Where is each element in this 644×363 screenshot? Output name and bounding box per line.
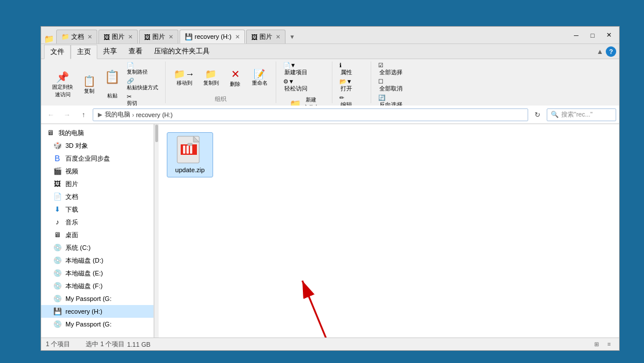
rename-icon: 📝 bbox=[254, 68, 265, 79]
tab-close-pictures1[interactable]: ✕ bbox=[128, 34, 133, 40]
tab-label-documents: 文档 bbox=[71, 32, 84, 41]
sidebar-item-docs[interactable]: 📄 文档 bbox=[41, 190, 153, 203]
move-to-button[interactable]: 📁→ 移动到 bbox=[170, 61, 198, 94]
copy-path-label: 复制路径 bbox=[127, 68, 148, 76]
ribbon-tab-file[interactable]: 文件 bbox=[44, 45, 71, 59]
new-item-button[interactable]: 📄▼ 新建项目 bbox=[281, 61, 327, 77]
large-icon-view-button[interactable]: ⊞ bbox=[591, 339, 602, 350]
sidebar-item-baidu[interactable]: B 百度企业同步盘 bbox=[41, 152, 153, 165]
clipboard-buttons: 📌 固定到快速访问 📋 复制 📋 粘贴 📄 复制路径 bbox=[49, 61, 160, 108]
paste-shortcut-button[interactable]: 🔗 粘贴快捷方式 bbox=[125, 77, 160, 92]
delete-button[interactable]: ✕ 删除 bbox=[224, 61, 247, 94]
drive-f-icon: 💿 bbox=[53, 281, 62, 291]
recovery-h-icon: 💾 bbox=[53, 307, 62, 316]
forward-button[interactable]: → bbox=[60, 108, 74, 122]
refresh-button[interactable]: ↻ bbox=[530, 108, 544, 122]
tab-icon-pictures2: 🖼 bbox=[144, 34, 151, 41]
search-box[interactable]: 🔍 搜索"rec..." bbox=[547, 108, 616, 121]
tab-close-pictures2[interactable]: ✕ bbox=[169, 34, 173, 40]
zip-file-name: update.zip bbox=[175, 166, 205, 173]
search-placeholder: 搜索"rec..." bbox=[561, 110, 592, 119]
my-passport-g2-icon: 💿 bbox=[53, 320, 62, 329]
explorer-window: 📁 📁 文档 ✕ 🖼 图片 ✕ 🖼 图片 ✕ 💾 recovery (H:) ✕ bbox=[41, 26, 620, 351]
back-button[interactable]: ← bbox=[44, 108, 58, 122]
sidebar-item-my-passport-g[interactable]: 💿 My Passport (G: bbox=[41, 292, 153, 305]
paste-button[interactable]: 📋 粘贴 bbox=[102, 68, 122, 101]
baidu-icon: B bbox=[53, 154, 62, 163]
ribbon-tab-compress-label: 压缩的文件夹工具 bbox=[154, 46, 210, 56]
sidebar-item-drive-d[interactable]: 💿 本地磁盘 (D:) bbox=[41, 254, 153, 267]
tab-close-recovery[interactable]: ✕ bbox=[235, 34, 240, 40]
copy-button[interactable]: 📋 复制 bbox=[78, 68, 101, 101]
downloads-icon: ⬇ bbox=[53, 205, 62, 214]
select-none-icon: ☐ bbox=[378, 78, 383, 85]
cut-icon: ✂ bbox=[127, 93, 131, 100]
tab-close-documents[interactable]: ✕ bbox=[87, 34, 92, 40]
title-bar: 📁 📁 文档 ✕ 🖼 图片 ✕ 🖼 图片 ✕ 💾 recovery (H:) ✕ bbox=[41, 27, 619, 44]
sidebar-item-recovery-h[interactable]: 💾 recovery (H:) bbox=[41, 305, 153, 318]
tab-documents[interactable]: 📁 文档 ✕ bbox=[56, 30, 97, 43]
tab-pictures3[interactable]: 🖼 图片 ✕ bbox=[246, 30, 286, 43]
sidebar-item-drive-f[interactable]: 💿 本地磁盘 (F:) bbox=[41, 279, 153, 292]
up-button[interactable]: ↑ bbox=[76, 108, 90, 122]
path-segment-mypc[interactable]: 我的电脑 bbox=[105, 110, 130, 119]
music-label: 音乐 bbox=[65, 218, 78, 227]
paste-label: 粘贴 bbox=[107, 92, 118, 100]
sidebar-item-video[interactable]: 🎬 视频 bbox=[41, 165, 153, 177]
edit-icon: ✏ bbox=[339, 95, 344, 101]
close-button[interactable]: ✕ bbox=[601, 30, 616, 41]
search-icon: 🔍 bbox=[551, 111, 559, 118]
sidebar-item-3d[interactable]: 🎲 3D 对象 bbox=[41, 139, 153, 152]
sidebar-item-downloads[interactable]: ⬇ 下载 bbox=[41, 203, 153, 216]
ribbon-tab-view[interactable]: 查看 bbox=[123, 44, 148, 59]
properties-icon: ℹ bbox=[339, 62, 342, 68]
copy-path-button[interactable]: 📄 复制路径 bbox=[125, 61, 160, 77]
move-to-label: 移动到 bbox=[177, 79, 192, 87]
tab-recovery[interactable]: 💾 recovery (H:) ✕ bbox=[180, 30, 245, 43]
tab-label-recovery: recovery (H:) bbox=[195, 33, 232, 40]
sidebar-item-drive-c[interactable]: 💿 系统 (C:) bbox=[41, 241, 153, 254]
sidebar-item-music[interactable]: ♪ 音乐 bbox=[41, 216, 153, 228]
copy-to-button[interactable]: 📁 复制到 bbox=[199, 61, 222, 94]
svg-rect-2 bbox=[183, 146, 185, 154]
tab-pictures1[interactable]: 🖼 图片 ✕ bbox=[98, 30, 138, 43]
properties-button[interactable]: ℹ 属性 bbox=[337, 61, 366, 77]
sidebar-item-my-passport-g2[interactable]: 💿 My Passport (G: bbox=[41, 318, 153, 331]
address-path[interactable]: ▶ 我的电脑 › recovery (H:) bbox=[93, 108, 528, 121]
rename-button[interactable]: 📝 重命名 bbox=[248, 61, 271, 94]
ribbon-content: 📌 固定到快速访问 📋 复制 📋 粘贴 📄 复制路径 bbox=[41, 59, 619, 106]
status-separator bbox=[75, 340, 81, 349]
help-icon[interactable]: ? bbox=[606, 46, 616, 57]
tab-close-pictures3[interactable]: ✕ bbox=[276, 34, 280, 40]
list-view-button[interactable]: ≡ bbox=[604, 339, 614, 350]
ribbon-collapse-icon[interactable]: ▲ bbox=[597, 48, 603, 56]
maximize-button[interactable]: □ bbox=[585, 30, 600, 41]
sidebar-item-desktop[interactable]: 🖥 桌面 bbox=[41, 228, 153, 241]
sidebar-scrollbar[interactable] bbox=[154, 124, 159, 337]
sidebar-item-mypc[interactable]: 🖥 我的电脑 bbox=[41, 126, 153, 139]
select-all-button[interactable]: ☑ 全部选择 bbox=[376, 61, 405, 77]
drive-e-label: 本地磁盘 (E:) bbox=[65, 269, 103, 278]
sidebar-item-pictures[interactable]: 🖼 图片 bbox=[41, 177, 153, 190]
open-button[interactable]: 📂▼ 打开 bbox=[337, 78, 366, 93]
ribbon-tab-home[interactable]: 主页 bbox=[71, 45, 97, 59]
pin-label: 固定到快速访问 bbox=[52, 84, 73, 99]
minimize-button[interactable]: ─ bbox=[569, 30, 584, 41]
ribbon-tab-compress[interactable]: 压缩的文件夹工具 bbox=[148, 44, 215, 59]
path-segment-recovery[interactable]: recovery (H:) bbox=[136, 111, 173, 118]
select-none-label: 全部取消 bbox=[379, 85, 402, 93]
sidebar-item-drive-e[interactable]: 💿 本地磁盘 (E:) bbox=[41, 267, 153, 279]
new-tab-button[interactable]: ▼ bbox=[287, 30, 298, 43]
pin-quick-access-button[interactable]: 📌 固定到快速访问 bbox=[49, 68, 76, 101]
easy-access-button[interactable]: ⚙▼ 轻松访问 bbox=[281, 78, 327, 93]
move-to-icon: 📁→ bbox=[174, 68, 195, 79]
recovery-h-label: recovery (H:) bbox=[65, 308, 103, 315]
ribbon-group-select: ☑ 全部选择 ☐ 全部取消 🔄 反向选择 选择 bbox=[371, 61, 409, 103]
file-item-update-zip[interactable]: update.zip bbox=[167, 132, 213, 177]
tab-pictures2[interactable]: 🖼 图片 ✕ bbox=[139, 30, 178, 43]
paste-shortcut-label: 粘贴快捷方式 bbox=[127, 84, 158, 92]
select-none-button[interactable]: ☐ 全部取消 bbox=[376, 78, 405, 93]
ribbon-tab-share[interactable]: 共享 bbox=[97, 44, 123, 59]
copy-icon: 📋 bbox=[83, 75, 96, 88]
arrow-indicator bbox=[159, 124, 619, 337]
